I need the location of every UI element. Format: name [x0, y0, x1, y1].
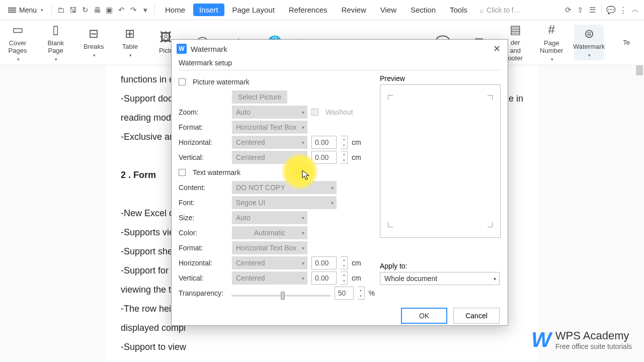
watermark-dialog: W Watermark ✕ Watermark setup Picture wa…	[171, 39, 508, 326]
cover-pages-icon: ▭	[12, 23, 24, 37]
table-icon: ⊞	[125, 27, 135, 41]
breaks-icon: ⊟	[89, 27, 99, 41]
zoom-combo: Auto	[232, 106, 307, 119]
format2-combo: Horizontal Text Box	[232, 241, 307, 254]
preview-label: Preview	[380, 74, 501, 82]
v-offset-spinner[interactable]: ▴▾	[341, 151, 348, 164]
color-combo: Automatic	[232, 226, 307, 239]
content-combo: DO NOT COPY	[232, 181, 337, 194]
tab-page-layout[interactable]: Page Layout	[226, 4, 281, 16]
search-box[interactable]: ⌕ Click to f…	[479, 6, 521, 14]
dialog-titlebar: W Watermark ✕	[172, 40, 508, 58]
menu-label: Menu	[19, 6, 37, 14]
v-offset-input[interactable]	[311, 151, 337, 164]
sync-icon[interactable]: ⟳	[563, 5, 573, 15]
undo-icon[interactable]: ↶	[116, 5, 126, 15]
redo-icon[interactable]: ↷	[128, 5, 138, 15]
blank-page-icon: ▯	[52, 23, 59, 37]
vertical-combo: Centered	[232, 151, 307, 164]
chevron-down-icon: ▾	[41, 8, 43, 13]
chevron-down-icon[interactable]: ▾	[140, 5, 150, 15]
horizontal2-combo: Centered	[232, 256, 307, 269]
page-number-button[interactable]: #Page Number▾	[538, 21, 565, 64]
preview-box	[380, 84, 501, 238]
tab-home[interactable]: Home	[159, 4, 191, 16]
separator	[154, 5, 155, 16]
select-picture-button: Select Picture	[232, 90, 287, 104]
transparency-input[interactable]	[335, 287, 354, 300]
wps-academy-logo: W WPS Academy Free office suite tutorial…	[531, 328, 632, 352]
wps-logo-icon: W	[531, 328, 549, 352]
refresh-icon[interactable]: ↻	[80, 5, 90, 15]
open-icon[interactable]: 🗀	[56, 5, 66, 15]
ok-button[interactable]: OK	[401, 308, 447, 324]
vertical-scrollbar[interactable]	[636, 65, 643, 75]
search-icon: ⌕	[479, 6, 484, 14]
section-watermark-setup: Watermark setup	[179, 58, 501, 70]
page-number-icon: #	[548, 23, 555, 37]
cover-pages-button[interactable]: ▭Cover Pages▾	[4, 21, 31, 64]
h2-offset-spinner[interactable]: ▴▾	[341, 256, 348, 269]
apply-to-combo[interactable]: Whole document	[380, 272, 500, 285]
text-button[interactable]: Te	[613, 37, 640, 49]
font-combo: Segoe UI	[232, 196, 337, 209]
horizontal-combo: Centered	[232, 136, 307, 149]
picture-watermark-checkbox[interactable]: Picture watermark	[179, 74, 375, 89]
watermark-button[interactable]: ⊜Watermark▾	[574, 25, 604, 60]
main-toolbar: Menu ▾ 🗀 🖫 ↻ 🖶 ▣ ↶ ↷ ▾ Home Insert Page …	[0, 0, 644, 20]
blank-page-button[interactable]: ▯Blank Page▾	[40, 21, 71, 64]
separator	[601, 5, 602, 16]
transparency-slider[interactable]	[231, 295, 331, 297]
more-icon[interactable]: ⋮	[618, 5, 628, 15]
v2-offset-input[interactable]	[311, 272, 337, 285]
breaks-button[interactable]: ⊟Breaks▾	[80, 25, 107, 60]
vertical2-combo: Centered	[232, 272, 307, 285]
h2-offset-input[interactable]	[311, 256, 337, 269]
print-preview-icon[interactable]: ▣	[104, 5, 114, 15]
close-button[interactable]: ✕	[491, 43, 503, 54]
share-icon[interactable]: ⇪	[575, 5, 585, 15]
app-logo-icon: W	[177, 44, 187, 54]
tab-review[interactable]: Review	[336, 4, 372, 16]
hamburger-icon	[8, 7, 16, 14]
table-button[interactable]: ⊞Table▾	[116, 25, 143, 60]
print-icon[interactable]: 🖶	[92, 5, 102, 15]
collapse-icon[interactable]: ︿	[630, 5, 640, 15]
format-combo: Horizontal Text Box	[232, 121, 307, 134]
search-placeholder: Click to f…	[487, 6, 521, 14]
cancel-button[interactable]: Cancel	[453, 308, 500, 324]
highlight-icon[interactable]: ☰	[587, 5, 597, 15]
dialog-title: Watermark	[191, 45, 227, 53]
size-combo: Auto	[232, 211, 307, 224]
tab-tools[interactable]: Tools	[444, 4, 473, 16]
tab-view[interactable]: View	[374, 4, 403, 16]
comment-icon[interactable]: 💬	[606, 5, 616, 15]
tab-references[interactable]: References	[283, 4, 334, 16]
h-offset-spinner[interactable]: ▴▾	[341, 136, 348, 149]
h-offset-input[interactable]	[311, 136, 337, 149]
separator	[51, 5, 52, 16]
save-icon[interactable]: 🖫	[68, 5, 78, 15]
washout-checkbox	[311, 109, 318, 116]
watermark-icon: ⊜	[584, 27, 594, 41]
header-footer-icon: ▤	[510, 23, 521, 37]
tab-insert[interactable]: Insert	[193, 4, 224, 16]
transparency-spinner[interactable]: ▴▾	[358, 287, 365, 300]
picture-icon: 🖼	[160, 31, 172, 45]
apply-to-label: Apply to:	[380, 262, 501, 270]
menu-button[interactable]: Menu ▾	[4, 4, 47, 16]
tab-section[interactable]: Section	[405, 4, 442, 16]
v2-offset-spinner[interactable]: ▴▾	[341, 272, 348, 285]
text-watermark-checkbox[interactable]: Text watermark	[179, 165, 375, 180]
